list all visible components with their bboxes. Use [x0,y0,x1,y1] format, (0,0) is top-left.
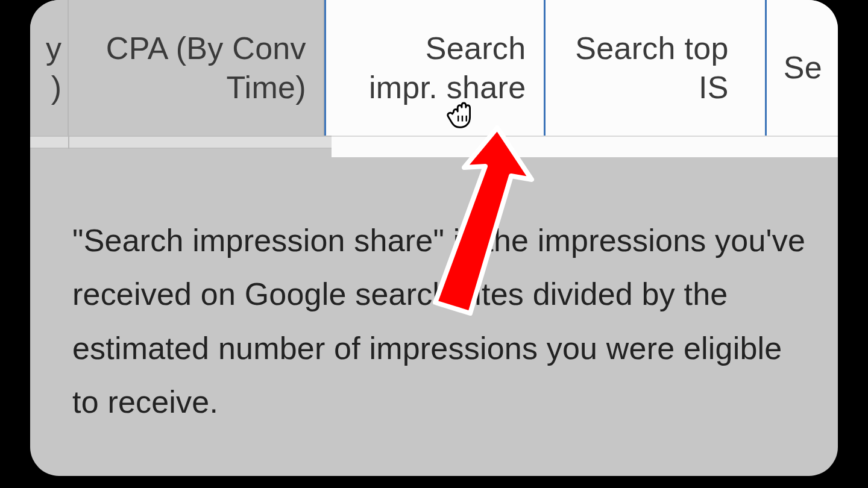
column-header-label: Search impr. share [369,29,526,107]
column-header-search-impr-share[interactable]: Search impr. share [324,0,546,136]
column-header-partial-left[interactable]: y ) [30,0,69,136]
column-header-label: Se [784,48,822,87]
column-header-cpa-by-conv-time[interactable]: CPA (By Conv Time) [69,0,324,136]
column-header-label: CPA (By Conv Time) [106,29,306,107]
table-subheader-strip-left [30,136,332,149]
tooltip-description: "Search impression share" is the impress… [72,214,814,430]
table-header-row: y ) CPA (By Conv Time) Search impr. shar… [30,0,838,136]
table-subheader-strip [332,136,838,157]
annotated-screenshot-card: y ) CPA (By Conv Time) Search impr. shar… [30,0,838,476]
column-header-search-top-is[interactable]: Search top IS [546,0,766,136]
column-header-label: y ) [46,29,61,107]
column-header-partial-right[interactable]: Se [767,0,838,136]
column-header-label: Search top IS [575,29,729,107]
